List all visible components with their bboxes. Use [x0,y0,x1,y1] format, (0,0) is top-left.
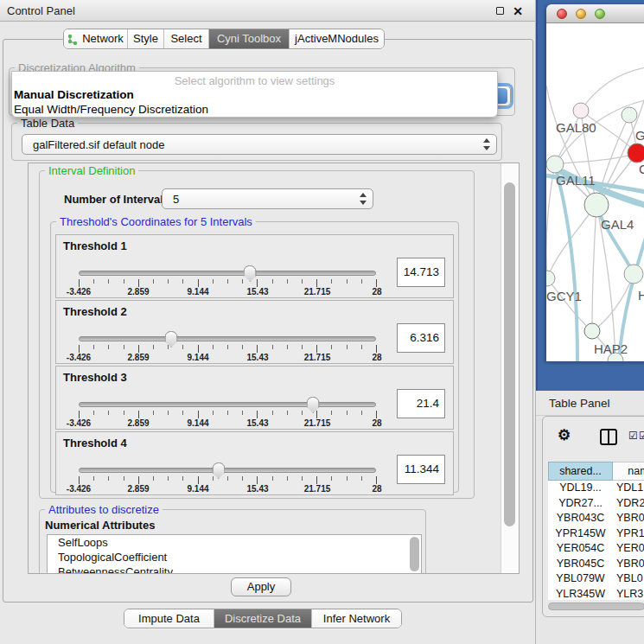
threshold-2-slider[interactable] [79,336,376,341]
tab-discretize-data[interactable]: Discretize Data [214,609,312,628]
tab-network[interactable]: Network [64,29,128,48]
zoom-traffic-light-icon[interactable] [595,9,605,19]
settings-scrollbar-thumb[interactable] [504,182,515,526]
network-icon [67,33,78,45]
threshold-4-slider[interactable] [79,468,376,473]
scale-label: -3.426 [67,418,91,428]
stepper-icon[interactable] [482,138,490,150]
cell-name: YBR0 [616,511,644,526]
scale-label: 15.43 [246,353,268,362]
table-header-row: shared... name [548,462,644,481]
scale-label: 9.144 [187,287,208,296]
checked-checkbox-icon[interactable]: ☑ [628,430,638,441]
table-panel-title: Table Panel [549,391,610,416]
scale-label: 21.715 [304,484,331,494]
cell-name: YER0 [616,541,644,557]
threshold-4-value-field[interactable]: 11.344 [397,455,445,484]
table-data-title: Table Data [17,117,78,130]
cell-shared-name: YBR043C [548,511,613,526]
tab-impute-data[interactable]: Impute Data [124,609,214,628]
list-scrollbar[interactable] [410,537,419,571]
tab-jactivemnodules[interactable]: jActiveMNodules [290,29,384,48]
table-data-combobox[interactable]: galFiltered.sif default node [22,134,497,155]
cell-name: YDL1 [616,481,644,496]
cell-shared-name: YBL079W [548,571,613,587]
interval-definition-title: Interval Definition [45,164,138,177]
network-window-titlebar[interactable] [546,4,644,23]
dropdown-prompt: Select algorithm to view settings [12,74,497,87]
slider-major-ticks [79,345,377,353]
tab-infer-network[interactable]: Infer Network [312,609,401,628]
tab-select-label: Select [170,29,201,48]
scale-label: 2.859 [127,287,149,296]
scale-label: 9.144 [187,353,208,362]
threshold-1-slider[interactable] [79,271,376,276]
network-view-window[interactable]: GAL80 GA C GAL11 GAL4 H GCY1 HAP2 [546,4,644,361]
table-panel-titlebar: Table Panel [536,391,644,416]
list-item-betweennesscentrality[interactable]: BetweennessCentrality [48,564,421,574]
threshold-2-value-field[interactable]: 6.316 [397,323,445,353]
table-row[interactable]: YBR045C YBR0 [548,557,644,572]
slider-scale-labels: -3.426 2.859 9.144 15.43 21.715 28 [79,287,377,297]
apply-button[interactable]: Apply [231,577,291,596]
cell-name: YPR1 [616,526,644,542]
numerical-attributes-list: SelfLoops TopologicalCoefficient Between… [47,534,422,574]
float-window-icon[interactable] [496,7,504,15]
tab-select[interactable]: Select [164,29,209,48]
checked-checkbox-icon[interactable]: ☑ [639,430,644,441]
scale-label: 15.43 [246,287,268,296]
table-horizontal-scrollbar[interactable] [548,603,644,610]
tab-style-label: Style [133,29,158,48]
tab-cyni-toolbox[interactable]: Cyni Toolbox [209,29,290,48]
scale-label: 2.859 [127,484,149,494]
columns-icon[interactable] [600,429,617,445]
minimize-traffic-light-icon[interactable] [576,9,586,19]
table-row[interactable]: YER054C YER0 [548,541,644,557]
number-of-intervals-combobox[interactable]: 5 [162,188,373,209]
table-row[interactable]: YBL079W YBL0 [548,571,644,587]
node-label-gal80: GAL80 [556,120,596,135]
dropdown-item-equal-width[interactable]: Equal Width/Frequency Discretization [14,103,208,116]
column-header-shared-name[interactable]: shared... [548,462,613,481]
close-traffic-light-icon[interactable] [557,9,567,19]
settings-scrollbar-track[interactable] [501,163,519,573]
table-row[interactable]: YLR345W YLR3 [548,587,644,601]
table-row[interactable]: YDL19... YDL1 [548,481,644,496]
threshold-4-panel: Threshold 4 -3.426 2.859 9.144 15.43 21.… [55,431,454,495]
node-label-h: H [638,288,644,303]
attributes-group-title: Attributes to discretize [45,503,163,516]
scale-label: 15.43 [246,418,268,428]
cell-shared-name: YPR145W [548,526,613,542]
table-row[interactable]: YPR145W YPR1 [548,526,644,542]
scale-label: 15.43 [246,484,268,494]
scale-label: 2.859 [127,418,149,428]
table-row[interactable]: YDR27... YDR2 [548,496,644,512]
cell-shared-name: YLR345W [548,587,613,601]
settings-scrollpane: Interval Definition Number of Intervals … [28,163,520,574]
dropdown-item-manual-discretization[interactable]: Manual Discretization [14,88,134,101]
scale-label: 21.715 [304,418,331,428]
slider-major-ticks [79,279,377,287]
threshold-1-panel: Threshold 1 -3.426 2.859 9.144 15.43 21.… [55,234,454,298]
tab-cyni-toolbox-label: Cyni Toolbox [217,29,281,48]
network-canvas[interactable]: GAL80 GA C GAL11 GAL4 H GCY1 HAP2 [546,23,644,361]
stepper-icon[interactable] [359,193,367,205]
column-header-name[interactable]: name [613,462,644,481]
scale-label: 21.715 [304,353,331,362]
scale-label: 21.715 [304,287,331,296]
close-icon[interactable]: ✕ [513,3,523,20]
interval-definition-group: Interval Definition Number of Intervals … [39,170,475,499]
list-item-selfloops[interactable]: SelfLoops [48,535,421,550]
cell-shared-name: YDL19... [548,481,613,496]
node-label-gal4: GAL4 [601,217,634,232]
list-item-topologicalcoefficient[interactable]: TopologicalCoefficient [48,550,421,564]
table-rows: YDL19... YDL1 YDR27... YDR2 YBR043C YBR0… [548,481,644,600]
tab-style[interactable]: Style [128,29,164,48]
threshold-3-value-field[interactable]: 21.4 [397,389,445,418]
tab-discretize-data-label: Discretize Data [225,609,301,628]
tab-jactivemnodules-label: jActiveMNodules [295,29,379,48]
gear-icon[interactable]: ⚙ [558,427,571,444]
threshold-3-slider[interactable] [79,402,376,407]
threshold-1-value-field[interactable]: 14.713 [397,258,445,287]
table-row[interactable]: YBR043C YBR0 [548,511,644,526]
